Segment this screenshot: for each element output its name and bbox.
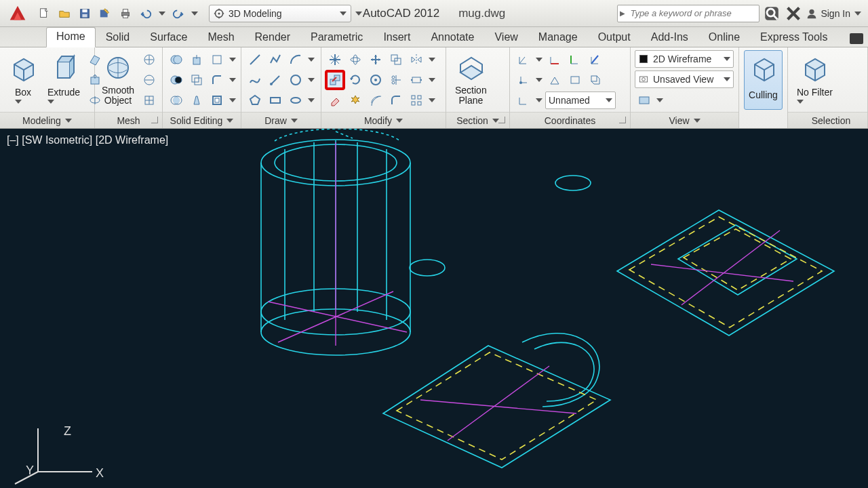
ucs-world-icon[interactable] <box>514 50 533 69</box>
rectangle-icon[interactable] <box>266 91 285 110</box>
offset-face-icon[interactable] <box>187 70 206 89</box>
tab-render[interactable]: Render <box>245 28 300 47</box>
print-icon[interactable] <box>117 5 134 22</box>
modify-row3-dd[interactable] <box>427 91 437 110</box>
solid-edit-row3-dd[interactable] <box>228 91 237 110</box>
tab-express[interactable]: Express Tools <box>750 28 837 47</box>
saveas-icon[interactable] <box>96 5 114 22</box>
ellipse-icon[interactable] <box>286 91 305 110</box>
undo-dropdown[interactable] <box>157 4 167 23</box>
section-plane-button[interactable]: Section Plane <box>450 50 492 110</box>
offset-icon[interactable] <box>366 91 385 110</box>
view-manager-dd[interactable] <box>655 91 665 110</box>
tab-annotate[interactable]: Annotate <box>420 28 484 47</box>
saved-view-combo[interactable]: Unsaved View <box>635 70 734 88</box>
undo-icon[interactable] <box>137 5 155 22</box>
panel-title-section[interactable]: Section <box>446 112 509 128</box>
redo-dropdown[interactable] <box>190 4 199 23</box>
union-icon[interactable] <box>167 50 186 69</box>
panel-title-draw[interactable]: Draw <box>241 112 321 128</box>
extrude-button[interactable]: Extrude <box>45 50 83 110</box>
tab-view[interactable]: View <box>484 28 528 47</box>
ucs-view-icon[interactable] <box>566 70 585 89</box>
mirror-icon[interactable] <box>407 50 426 69</box>
tab-surface[interactable]: Surface <box>140 28 197 47</box>
scale-icon[interactable] <box>366 70 385 89</box>
open-icon[interactable] <box>56 5 73 22</box>
no-filter-button[interactable]: No Filter <box>792 50 837 110</box>
search-icon[interactable] <box>762 4 781 23</box>
modify-row1-dd[interactable] <box>427 50 437 69</box>
culling-button[interactable]: Culling <box>744 50 783 110</box>
app-menu-button[interactable] <box>3 0 33 27</box>
draw-row2-dd[interactable] <box>307 70 316 89</box>
extrude-face-icon[interactable] <box>187 50 206 69</box>
ucs-named-icon[interactable] <box>514 91 533 110</box>
ucs-y-icon[interactable] <box>566 50 585 69</box>
rotate-3d-icon[interactable] <box>346 50 365 69</box>
ucs-origin-icon[interactable] <box>514 70 533 89</box>
workspace-selector[interactable]: 3D Modeling <box>209 5 351 22</box>
visual-style-combo[interactable]: 2D Wireframe <box>635 50 734 68</box>
erase-icon[interactable] <box>326 91 344 110</box>
ucs-object-icon[interactable] <box>586 70 605 89</box>
fillet-edge-icon[interactable] <box>208 70 226 89</box>
ucs-3point-icon[interactable] <box>545 70 564 89</box>
mesh-refine-icon[interactable] <box>140 91 159 110</box>
draw-row3-dd[interactable] <box>307 91 316 110</box>
smooth-object-button[interactable]: Smooth Object <box>99 50 137 110</box>
taper-face-icon[interactable] <box>187 91 206 110</box>
array-icon[interactable] <box>407 91 426 110</box>
redo-icon[interactable] <box>170 5 187 22</box>
signin-button[interactable]: Sign In <box>806 7 865 20</box>
fillet-icon[interactable] <box>387 91 406 110</box>
modify-row2-dd[interactable] <box>427 70 437 89</box>
tab-output[interactable]: Output <box>588 28 641 47</box>
ucs-named-combo[interactable]: Unnamed <box>545 92 616 109</box>
save-icon[interactable] <box>76 5 94 22</box>
search-box[interactable]: ▶ <box>617 5 760 22</box>
trim-icon[interactable] <box>387 70 406 89</box>
view-manager-icon[interactable] <box>635 91 654 110</box>
panel-title-modeling[interactable]: Modeling <box>0 112 94 128</box>
extract-edges-icon[interactable] <box>208 50 226 69</box>
polygon-icon[interactable] <box>245 91 264 110</box>
ray-icon[interactable] <box>266 70 285 89</box>
circle-icon[interactable] <box>286 70 305 89</box>
polyline-icon[interactable] <box>266 50 285 69</box>
panel-title-selection[interactable]: Selection <box>788 112 867 128</box>
tab-online[interactable]: Online <box>698 28 750 47</box>
copy-icon[interactable] <box>387 50 406 69</box>
panel-title-modify[interactable]: Modify <box>321 112 446 128</box>
panel-title-coordinates[interactable]: Coordinates <box>510 112 630 128</box>
draw-row1-dd[interactable] <box>307 50 316 69</box>
viewport[interactable]: [–] [SW Isometric] [2D Wireframe] <box>0 129 868 488</box>
box-button[interactable]: Box <box>4 50 42 110</box>
search-input[interactable] <box>627 8 759 18</box>
mesh-less-icon[interactable] <box>140 70 159 89</box>
ucs-z-icon[interactable] <box>586 50 605 69</box>
tab-home[interactable]: Home <box>46 27 96 47</box>
ucs-origin-dd[interactable] <box>534 70 544 89</box>
panel-title-mesh[interactable]: Mesh <box>95 112 162 128</box>
move-3d-icon[interactable] <box>326 50 344 69</box>
tab-mesh[interactable]: Mesh <box>197 28 244 47</box>
tab-solid[interactable]: Solid <box>96 28 140 47</box>
subtract-icon[interactable] <box>167 70 186 89</box>
ucs-named-dd[interactable] <box>534 91 544 110</box>
tab-insert[interactable]: Insert <box>373 28 420 47</box>
tab-addins[interactable]: Add-Ins <box>641 28 698 47</box>
shell-icon[interactable] <box>208 91 226 110</box>
tab-manage[interactable]: Manage <box>528 28 588 47</box>
mesh-more-icon[interactable] <box>140 50 159 69</box>
rotate-icon[interactable] <box>346 70 365 89</box>
intersect-icon[interactable] <box>167 91 186 110</box>
exchange-icon[interactable] <box>784 4 803 23</box>
explode-icon[interactable] <box>346 91 365 110</box>
stretch-icon[interactable] <box>407 70 426 89</box>
panel-title-view[interactable]: View <box>631 112 738 128</box>
align-3d-icon[interactable] <box>326 70 344 89</box>
spline-icon[interactable] <box>245 70 264 89</box>
move-icon[interactable] <box>366 50 385 69</box>
solid-edit-row2-dd[interactable] <box>228 70 237 89</box>
